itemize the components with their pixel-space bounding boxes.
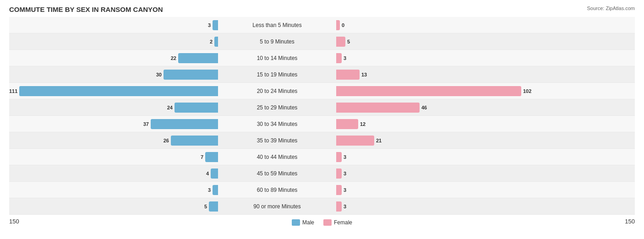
row-label: 10 to 14 Minutes <box>220 55 334 61</box>
table-row: 25 to 9 Minutes5 <box>9 33 635 50</box>
table-row: 11120 to 24 Minutes102 <box>9 83 635 99</box>
female-section: 13 <box>334 70 545 80</box>
row-label: 15 to 19 Minutes <box>220 71 334 78</box>
table-row: 360 to 89 Minutes3 <box>9 182 635 198</box>
axis-right-label: 150 <box>617 218 635 225</box>
female-bar <box>336 20 340 30</box>
female-section: 0 <box>334 20 545 30</box>
row-label: 30 to 34 Minutes <box>220 121 334 127</box>
male-section: 2 <box>9 37 220 47</box>
row-label: Less than 5 Minutes <box>220 22 334 28</box>
row-label: 5 to 9 Minutes <box>220 38 334 45</box>
row-label: 45 to 59 Minutes <box>220 170 334 177</box>
female-value: 3 <box>344 55 346 61</box>
male-swatch <box>292 219 300 226</box>
row-label: 35 to 39 Minutes <box>220 137 334 144</box>
male-section: 4 <box>9 168 220 179</box>
female-value: 46 <box>421 105 427 110</box>
male-bar <box>214 37 218 47</box>
female-section: 3 <box>334 168 545 179</box>
table-row: 3015 to 19 Minutes13 <box>9 66 635 83</box>
male-bar <box>175 103 218 113</box>
male-value: 24 <box>167 105 173 110</box>
female-value: 0 <box>342 22 344 28</box>
male-bar <box>213 20 218 30</box>
female-bar <box>336 201 342 212</box>
male-section: 3 <box>9 20 220 30</box>
male-section: 5 <box>9 201 220 212</box>
female-section: 3 <box>334 152 545 162</box>
male-bar <box>19 86 218 96</box>
male-label: Male <box>302 219 314 226</box>
female-value: 12 <box>360 121 366 127</box>
female-value: 3 <box>344 171 346 176</box>
female-value: 102 <box>523 88 531 94</box>
female-bar <box>336 136 374 146</box>
male-section: 7 <box>9 152 220 162</box>
male-section: 26 <box>9 136 220 146</box>
table-row: 445 to 59 Minutes3 <box>9 165 635 182</box>
male-section: 22 <box>9 53 220 63</box>
female-value: 3 <box>344 154 346 160</box>
male-value: 5 <box>204 204 207 209</box>
female-bar <box>336 37 345 47</box>
male-value: 7 <box>201 154 203 160</box>
male-value: 4 <box>206 171 209 176</box>
chart-title: COMMUTE TIME BY SEX IN RANSOM CANYON <box>9 5 635 13</box>
female-section: 5 <box>334 37 545 47</box>
female-bar <box>336 119 358 129</box>
axis-left-label: 150 <box>9 218 27 225</box>
table-row: 3730 to 34 Minutes12 <box>9 116 635 132</box>
male-bar <box>151 119 218 129</box>
male-bar <box>171 136 218 146</box>
male-value: 3 <box>208 22 211 28</box>
female-bar <box>336 70 360 80</box>
male-section: 24 <box>9 103 220 113</box>
female-value: 21 <box>376 138 382 143</box>
table-row: 2425 to 29 Minutes46 <box>9 99 635 116</box>
male-bar <box>209 201 218 212</box>
male-value: 3 <box>208 187 211 193</box>
female-section: 3 <box>334 53 545 63</box>
male-bar <box>164 70 218 80</box>
legend-female: Female <box>323 219 352 226</box>
table-row: 740 to 44 Minutes3 <box>9 149 635 165</box>
female-section: 46 <box>334 103 545 113</box>
female-bar <box>336 168 342 179</box>
table-row: 590 or more Minutes3 <box>9 198 635 215</box>
male-section: 37 <box>9 119 220 129</box>
female-bar <box>336 86 521 96</box>
female-value: 3 <box>344 187 346 193</box>
female-bar <box>336 152 342 162</box>
female-swatch <box>323 219 332 226</box>
row-label: 25 to 29 Minutes <box>220 104 334 111</box>
male-section: 111 <box>9 86 220 96</box>
female-section: 3 <box>334 185 545 195</box>
female-section: 102 <box>334 86 545 96</box>
female-value: 3 <box>344 204 346 209</box>
male-value: 22 <box>171 55 176 61</box>
male-value: 37 <box>143 121 149 127</box>
male-value: 26 <box>164 138 169 143</box>
table-row: 2210 to 14 Minutes3 <box>9 50 635 66</box>
female-section: 12 <box>334 119 545 129</box>
row-label: 60 to 89 Minutes <box>220 187 334 193</box>
female-bar <box>336 185 342 195</box>
male-value: 30 <box>156 72 162 77</box>
source-label: Source: ZipAtlas.com <box>587 5 635 11</box>
female-section: 21 <box>334 136 545 146</box>
male-bar <box>213 185 218 195</box>
female-section: 3 <box>334 201 545 212</box>
male-section: 30 <box>9 70 220 80</box>
row-label: 40 to 44 Minutes <box>220 154 334 160</box>
rows-area: 3Less than 5 Minutes025 to 9 Minutes5221… <box>9 17 635 215</box>
row-label: 90 or more Minutes <box>220 203 334 210</box>
male-section: 3 <box>9 185 220 195</box>
female-value: 5 <box>347 39 350 44</box>
female-bar <box>336 103 420 113</box>
row-label: 20 to 24 Minutes <box>220 88 334 94</box>
table-row: 2635 to 39 Minutes21 <box>9 132 635 149</box>
female-label: Female <box>334 219 352 226</box>
legend: Male Female <box>292 219 352 226</box>
male-bar <box>178 53 218 63</box>
